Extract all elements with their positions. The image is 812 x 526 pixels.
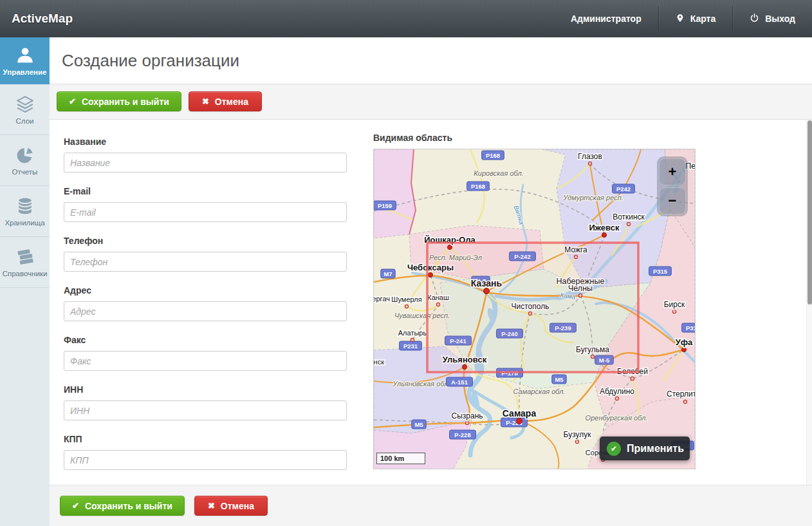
database-icon	[15, 196, 35, 216]
address-field[interactable]	[64, 301, 347, 321]
map-section-title: Видимая область	[373, 133, 696, 143]
save-button[interactable]: ✔ Сохранить и выйти	[57, 91, 181, 111]
map-canvas[interactable]: Кировская обл.Удмуртская респ.Респ. Мари…	[374, 149, 695, 469]
cancel-button[interactable]: ✖ Отмена	[189, 91, 262, 111]
cancel-button-label: Отмена	[215, 97, 248, 107]
city-label: Сызрань	[451, 411, 483, 420]
town-dot	[588, 162, 591, 165]
town-dot	[683, 400, 687, 403]
city-label: Алатырь	[398, 329, 427, 337]
city-dot	[602, 233, 607, 238]
map-scale-bar: 100 km	[376, 453, 425, 464]
city-dot	[517, 418, 522, 424]
region-label: Ульяновская обл.	[392, 380, 450, 388]
selection-layer	[427, 243, 638, 372]
map-link-label: Карта	[690, 14, 716, 24]
name-field[interactable]	[64, 153, 347, 173]
vertical-scrollbar[interactable]	[806, 120, 812, 485]
road-badge-label: М5	[555, 376, 564, 383]
apply-button-label: Применить	[627, 443, 684, 455]
road-badge-label: Р231	[403, 343, 418, 350]
sidebar-item-layers[interactable]: Слои	[0, 84, 50, 135]
cross-icon: ✖	[202, 97, 209, 106]
sidebar-item-label: Хранилища	[5, 219, 44, 227]
city-label: Сергач	[374, 295, 390, 303]
logout-label: Выход	[765, 14, 795, 24]
town-dot	[405, 305, 408, 308]
field-label-kpp: КПП	[64, 434, 347, 444]
road-badge-label: М7	[383, 270, 392, 277]
app-logo: ActiveMap	[12, 12, 73, 26]
road-badge-label: Р-228	[454, 431, 470, 438]
header-menu: Администратор Карта Выход	[554, 0, 812, 37]
save-button-label: Сохранить и выйти	[82, 97, 169, 107]
field-label-name: Название	[64, 136, 347, 147]
city-label: Воткинск	[613, 212, 645, 221]
save-button-bottom[interactable]: ✔ Сохранить и выйти	[60, 496, 185, 516]
city-label: Бузулук	[564, 430, 592, 439]
email-field[interactable]	[64, 202, 347, 222]
city-label: Глазов	[578, 152, 602, 161]
visible-area-section: Видимая область	[373, 133, 696, 469]
road-badge-label: P315	[686, 324, 695, 332]
region-label: Самарская обл.	[513, 388, 565, 395]
town-dot	[575, 440, 578, 443]
city-dot	[682, 348, 687, 352]
cancel-button-bottom[interactable]: ✖ Отмена	[194, 496, 268, 516]
organization-form: Название E-mail Телефон Адрес Факс ИНН К…	[64, 136, 347, 484]
sidebar: Управление Слои Отчеты Хранилища Справоч…	[0, 37, 50, 526]
city-label: Бирск	[664, 300, 685, 309]
town-dot	[627, 222, 630, 225]
kpp-field[interactable]	[64, 450, 347, 470]
sidebar-item-storage[interactable]: Хранилища	[0, 186, 50, 237]
field-label-inn: ИНН	[64, 384, 347, 395]
check-icon: ✔	[72, 501, 79, 511]
apply-button[interactable]: ✔ Применить	[600, 437, 690, 460]
field-label-address: Адрес	[64, 285, 347, 296]
bottom-toolbar: ✔ Сохранить и выйти ✖ Отмена	[50, 485, 812, 526]
city-label: Стерлитамак	[667, 390, 695, 399]
app-header: ActiveMap Администратор Карта Выход	[0, 0, 812, 37]
zoom-in-button[interactable]: +	[659, 158, 686, 185]
fax-field[interactable]	[64, 351, 347, 371]
road-badge-label: P242	[616, 185, 631, 193]
city-label: Уфа	[676, 337, 693, 347]
map-widget: Кировская обл.Удмуртская респ.Респ. Мари…	[373, 149, 696, 469]
sidebar-item-reports[interactable]: Отчеты	[0, 135, 50, 186]
title-strip: Создание организации	[50, 37, 812, 84]
selection-rect[interactable]	[427, 243, 638, 372]
zoom-control: + −	[657, 156, 688, 216]
field-label-fax: Факс	[64, 335, 347, 345]
inn-field[interactable]	[64, 400, 347, 420]
sidebar-item-references[interactable]: Справочники	[0, 237, 50, 288]
sidebar-item-label: Отчеты	[12, 168, 38, 176]
phone-field[interactable]	[64, 252, 347, 272]
town-dot	[615, 397, 618, 400]
user-menu-item[interactable]: Администратор	[554, 0, 658, 37]
town-dot	[631, 377, 634, 380]
city-label: Саранск	[374, 358, 384, 366]
scrollbar-thumb[interactable]	[807, 120, 812, 305]
sidebar-item-label: Управление	[3, 68, 47, 76]
region-label: Оренбургская обл.	[586, 414, 648, 422]
cross-icon: ✖	[208, 501, 215, 511]
road-badge-label: P168	[471, 183, 485, 190]
map-link[interactable]: Карта	[659, 0, 733, 37]
logout-button[interactable]: Выход	[733, 0, 812, 37]
location-pin-icon	[676, 12, 685, 26]
page-title: Создание организации	[62, 51, 812, 71]
region-label: Удмуртская респ.	[562, 194, 623, 202]
books-icon	[15, 247, 35, 267]
user-icon	[15, 46, 35, 65]
check-icon: ✔	[69, 97, 76, 106]
field-label-phone: Телефон	[64, 236, 347, 246]
road-badge-label: P168	[486, 152, 500, 159]
city-label: Ижевск	[589, 223, 620, 232]
town-dot	[465, 421, 468, 424]
city-label: Самара	[503, 408, 537, 418]
pie-chart-icon	[15, 146, 35, 165]
road-badge-label: А-151	[451, 379, 468, 386]
zoom-out-button[interactable]: −	[659, 187, 686, 214]
sidebar-item-management[interactable]: Управление	[0, 37, 50, 84]
town-dot	[411, 338, 414, 341]
